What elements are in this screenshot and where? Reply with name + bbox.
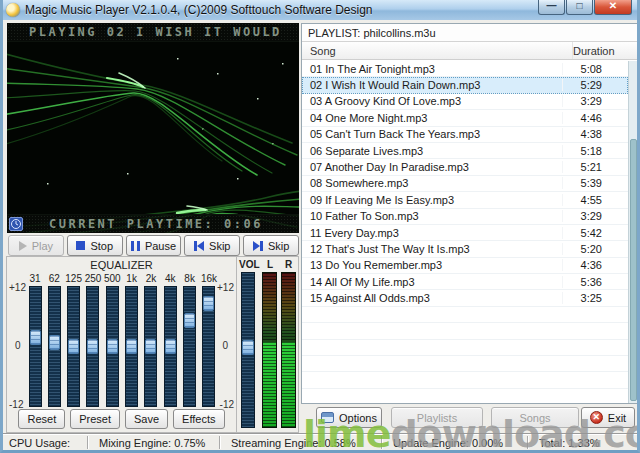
- visualizer[interactable]: PLAYING 02 I WISH IT WOULD CURRENT PLAYT…: [7, 23, 299, 233]
- playlist-row[interactable]: 13 Do You Remember.mp34:36: [302, 258, 628, 274]
- eq-slider-thumb[interactable]: [203, 296, 214, 311]
- app-icon: [6, 3, 20, 17]
- eq-slider-thumb[interactable]: [165, 339, 176, 354]
- eq-band-label: 500: [104, 273, 121, 286]
- clock-icon: [9, 217, 23, 231]
- playlist-empty-row: [302, 372, 628, 388]
- song-title: 04 One More Night.mp3: [302, 112, 562, 124]
- eq-slider[interactable]: [86, 286, 99, 407]
- column-duration[interactable]: Duration: [572, 42, 638, 59]
- song-title: 13 Do You Remember.mp3: [302, 259, 562, 271]
- eq-band: 500: [105, 273, 119, 407]
- options-button[interactable]: Options: [316, 407, 382, 428]
- skip-back-button[interactable]: Skip: [184, 235, 240, 256]
- app-window: Magic Music Player V2.1.0.4, (C)2009 Sof…: [0, 0, 640, 453]
- playlist-row[interactable]: 06 Separate Lives.mp35:18: [302, 143, 628, 159]
- eq-slider[interactable]: [183, 286, 196, 407]
- exit-button[interactable]: ✕ Exit: [581, 407, 635, 428]
- song-title: 01 In The Air Tonight.mp3: [302, 63, 562, 75]
- eq-slider[interactable]: [202, 286, 215, 407]
- eq-slider[interactable]: [164, 286, 177, 407]
- song-duration: 5:36: [562, 276, 628, 288]
- status-separator: [381, 436, 383, 449]
- playlist-row[interactable]: 12 That's Just The Way It Is.mp35:20: [302, 241, 628, 257]
- vu-meter-right: [281, 272, 296, 428]
- eq-slider[interactable]: [48, 286, 61, 407]
- eq-slider-thumb[interactable]: [145, 339, 156, 354]
- left-meter-label: L: [267, 259, 273, 270]
- eq-band: 31: [28, 273, 42, 407]
- eq-slider-thumb[interactable]: [107, 339, 118, 354]
- eq-band-label: 16k: [201, 273, 217, 286]
- maximize-button[interactable]: □: [566, 0, 593, 15]
- eq-slider-thumb[interactable]: [30, 330, 41, 345]
- playlist-scrollbar[interactable]: [628, 61, 638, 403]
- playlist-panel: PLAYLIST: philcollins.m3u Song Duration …: [301, 23, 639, 404]
- reset-button[interactable]: Reset: [18, 409, 65, 429]
- playlist-row[interactable]: 07 Another Day In Paradise.mp35:21: [302, 159, 628, 175]
- eq-slider-thumb[interactable]: [87, 339, 98, 354]
- preset-button[interactable]: Preset: [70, 409, 120, 429]
- eq-sliders: 31621252505001k2k4k8k16k: [28, 273, 216, 407]
- eq-band-label: 8k: [184, 273, 195, 286]
- scrollbar-thumb[interactable]: [630, 139, 637, 401]
- playlist-row[interactable]: 03 A Groovy Kind Of Love.mp33:29: [302, 94, 628, 110]
- eq-slider[interactable]: [144, 286, 157, 407]
- playlist-empty-row: [302, 307, 628, 323]
- eq-slider[interactable]: [67, 286, 80, 407]
- status-update-engine: Update Engine: 0.00%: [387, 436, 523, 449]
- song-duration: 3:29: [562, 95, 628, 107]
- playlist-empty-row: [302, 389, 628, 403]
- eq-scale-mid-left: 0: [15, 340, 21, 351]
- close-button[interactable]: ✕: [594, 0, 632, 15]
- volume-slider-thumb[interactable]: [242, 340, 254, 355]
- playtime-text: CURRENT PLAYTIME: 0:06: [7, 217, 263, 231]
- songs-button[interactable]: Songs: [491, 407, 579, 428]
- song-duration: 4:38: [562, 128, 628, 140]
- eq-slider[interactable]: [125, 286, 138, 407]
- pause-button[interactable]: Pause: [126, 235, 182, 256]
- visualizer-graphics: [7, 23, 299, 233]
- eq-buttons: Reset Preset Save Effects: [7, 409, 236, 429]
- pause-icon: [131, 241, 140, 251]
- eq-scale-top-left: +12: [9, 282, 26, 293]
- save-button[interactable]: Save: [125, 409, 168, 429]
- song-duration: 5:29: [562, 79, 628, 91]
- eq-slider[interactable]: [29, 286, 42, 407]
- playlist-row[interactable]: 02 I Wish It Would Rain Down.mp35:29: [302, 77, 628, 93]
- song-title: 08 Somewhere.mp3: [302, 177, 562, 189]
- eq-slider-thumb[interactable]: [126, 339, 137, 354]
- playlist-row[interactable]: 11 Every Day.mp35:42: [302, 225, 628, 241]
- song-title: 05 Can't Turn Back The Years.mp3: [302, 128, 562, 140]
- eq-slider-thumb[interactable]: [49, 335, 60, 350]
- effects-button[interactable]: Effects: [173, 409, 224, 429]
- title-bar[interactable]: Magic Music Player V2.1.0.4, (C)2009 Sof…: [0, 0, 640, 20]
- status-total: Total: 1.33%: [533, 436, 606, 449]
- eq-slider[interactable]: [106, 286, 119, 407]
- playlist-row[interactable]: 04 One More Night.mp34:46: [302, 110, 628, 126]
- playlist-row[interactable]: 10 Father To Son.mp33:29: [302, 209, 628, 225]
- eq-band-label: 125: [65, 273, 82, 286]
- skip-forward-button[interactable]: Skip: [243, 235, 299, 256]
- eq-band: 62: [47, 273, 61, 407]
- song-title: 02 I Wish It Would Rain Down.mp3: [302, 79, 562, 91]
- playlist-row[interactable]: 09 If Leaving Me Is Easy.mp34:55: [302, 192, 628, 208]
- playlist-row[interactable]: 05 Can't Turn Back The Years.mp34:38: [302, 127, 628, 143]
- column-song[interactable]: Song: [302, 42, 572, 59]
- stop-icon: [76, 241, 85, 250]
- playlist-row[interactable]: 08 Somewhere.mp35:39: [302, 176, 628, 192]
- play-button[interactable]: Play: [8, 235, 64, 256]
- eq-slider-thumb[interactable]: [184, 313, 195, 328]
- minimize-button[interactable]: —: [538, 0, 565, 15]
- volume-slider[interactable]: [241, 272, 255, 428]
- song-duration: 4:36: [562, 259, 628, 271]
- stop-button[interactable]: Stop: [67, 235, 123, 256]
- playlist-row[interactable]: 14 All Of My Life.mp35:36: [302, 274, 628, 290]
- eq-slider-thumb[interactable]: [68, 339, 79, 354]
- playlist-row[interactable]: 15 Against All Odds.mp33:25: [302, 290, 628, 306]
- playlist-row[interactable]: 01 In The Air Tonight.mp35:08: [302, 61, 628, 77]
- eq-band: 16k: [202, 273, 216, 407]
- eq-band-label: 250: [85, 273, 102, 286]
- playlists-button[interactable]: Playlists: [391, 407, 483, 428]
- now-playing-banner: PLAYING 02 I WISH IT WOULD: [7, 23, 299, 42]
